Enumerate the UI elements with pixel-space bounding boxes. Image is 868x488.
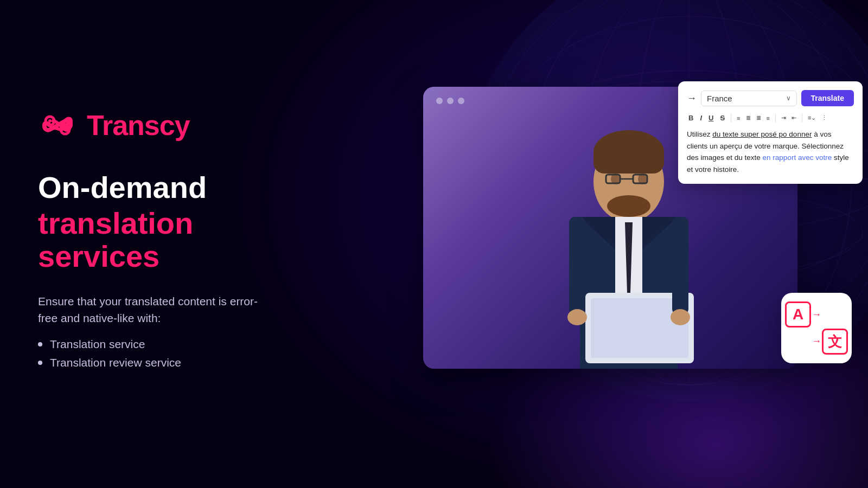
logo-text: Transcy xyxy=(87,109,190,142)
more-options-icon[interactable]: ⋮ xyxy=(820,113,828,123)
browser-dot-2 xyxy=(447,98,454,104)
svg-point-38 xyxy=(671,309,690,325)
svg-rect-21 xyxy=(593,141,664,174)
underline-button[interactable]: U xyxy=(707,113,715,123)
svg-rect-35 xyxy=(569,217,585,314)
browser-dot-3 xyxy=(458,98,464,104)
chevron-down-icon: ∨ xyxy=(786,94,791,102)
arrow-icon: → xyxy=(687,93,697,104)
underlined-text: du texte super posé po donner xyxy=(712,130,812,138)
browser-dot-1 xyxy=(436,98,443,104)
align-right-icon[interactable]: ≣ xyxy=(755,113,762,123)
arrow-right-icon: → xyxy=(812,301,821,320)
logo-text-white: Trans xyxy=(87,110,159,141)
subtitle-text: Ensure that your translated content is e… xyxy=(38,293,277,327)
browser-dots xyxy=(436,98,464,104)
list-item: Translation review service xyxy=(38,356,309,369)
translate-icon-inner: A → → 文 xyxy=(785,301,848,355)
svg-point-27 xyxy=(607,195,650,217)
language-label: France xyxy=(707,94,732,103)
arrow-left-icon: → xyxy=(812,336,821,355)
logo-row: Transcy xyxy=(38,106,309,145)
headline-line2: translation services xyxy=(38,207,309,273)
svg-point-37 xyxy=(567,309,587,325)
list-item-label: Translation review service xyxy=(50,356,181,369)
translate-button[interactable]: Translate xyxy=(801,90,854,106)
toolbar-divider xyxy=(731,114,731,123)
list-item-label: Translation service xyxy=(50,338,145,351)
line-height-icon[interactable]: ≡⌄ xyxy=(807,113,817,123)
align-left-icon[interactable]: ≡ xyxy=(736,114,741,123)
indent-increase-icon[interactable]: ⇥ xyxy=(780,113,787,123)
toolbar-divider-2 xyxy=(775,114,776,123)
logo-icon xyxy=(38,106,77,145)
toolbar-divider-3 xyxy=(802,114,802,123)
strikethrough-button[interactable]: S xyxy=(718,113,726,123)
panel-content: Utilisez du texte super posé po donner à… xyxy=(687,129,854,175)
translation-panel: → France ∨ Translate B I U S ≡ ≣ ≣ ≡ ⇥ ⇤… xyxy=(678,81,863,184)
language-selector[interactable]: France ∨ xyxy=(701,91,797,106)
svg-rect-36 xyxy=(672,217,688,314)
right-panel: → France ∨ Translate B I U S ≡ ≣ ≣ ≡ ⇥ ⇤… xyxy=(412,65,835,401)
italic-button[interactable]: I xyxy=(698,113,704,123)
list-item: Translation service xyxy=(38,338,309,351)
letter-zh-box: 文 xyxy=(822,329,848,355)
highlighted-text: en rapport avec votre xyxy=(763,153,832,162)
align-justify-icon[interactable]: ≡ xyxy=(765,114,771,123)
logo-text-colored: cy xyxy=(159,110,190,141)
headline-line1: On-demand xyxy=(38,171,309,204)
bullet-dot xyxy=(38,342,42,346)
indent-decrease-icon[interactable]: ⇤ xyxy=(790,113,797,123)
panel-header: → France ∨ Translate xyxy=(687,90,854,106)
left-panel: Transcy On-demand translation services E… xyxy=(38,106,309,375)
feature-list: Translation service Translation review s… xyxy=(38,338,309,369)
align-center-icon[interactable]: ≣ xyxy=(745,113,752,123)
bold-button[interactable]: B xyxy=(687,113,695,123)
translate-icon-card: A → → 文 xyxy=(781,293,852,363)
formatting-toolbar: B I U S ≡ ≣ ≣ ≡ ⇥ ⇤ ≡⌄ ⋮ xyxy=(687,113,854,123)
letter-a-box: A xyxy=(785,301,811,328)
bullet-dot xyxy=(38,361,42,365)
